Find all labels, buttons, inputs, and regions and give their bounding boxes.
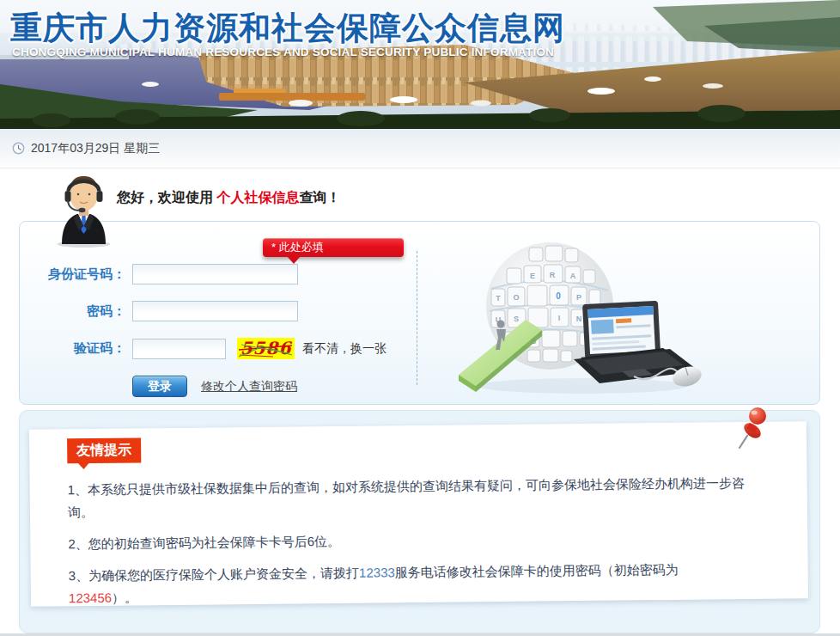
page-subtitle: CHONGQING MUNICIPAL HUMAN RESOURCES AND … — [12, 46, 554, 58]
tips-body: 1、本系统只提供市级社保数据集中后的查询，如对系统提供的查询结果有疑问，可向参保… — [68, 472, 757, 619]
captcha-row: 验证码： 5586 看不清，换一张 — [20, 338, 387, 359]
globe-laptop-illustration: ERA TOP USIN B 0 — [453, 229, 711, 399]
svg-text:I: I — [558, 314, 561, 322]
vertical-dashed-divider — [417, 251, 417, 385]
change-password-link[interactable]: 修改个人查询密码 — [201, 379, 297, 394]
id-number-label: 身份证号码： — [20, 266, 125, 283]
greeting-suffix: 查询！ — [299, 190, 340, 205]
tip-item-1: 1、本系统只提供市级社保数据集中后的查询，如对系统提供的查询结果有疑问，可向参保… — [68, 472, 756, 523]
id-number-row: 身份证号码： — [20, 264, 298, 284]
note-paper: 友情提示 1、本系统只提供市级社保数据集中后的查询，如对系统提供的查询结果有疑问… — [29, 421, 808, 606]
login-form-panel: * 此处必填 身份证号码： 密码： 验证码： 5586 — [19, 221, 820, 405]
tip3-phone-number: 12333 — [359, 565, 395, 579]
tip3-text-1: 3、为确保您的医疗保险个人账户资金安全，请拨打 — [69, 566, 360, 584]
friendly-tips-panel: 友情提示 1、本系统只提供市级社保数据集中后的查询，如对系统提供的查询结果有疑问… — [19, 410, 820, 633]
support-agent-avatar — [55, 170, 113, 248]
tip-item-2: 2、您的初始查询密码为社会保障卡卡号后6位。 — [68, 526, 755, 555]
captcha-input[interactable] — [132, 339, 226, 359]
clock-icon — [12, 142, 25, 155]
captcha-noise-lines — [237, 338, 295, 359]
site-header: 重庆市人力资源和社会保障公众信息网 CHONGQING MUNICIPAL HU… — [0, 0, 840, 129]
svg-text:0: 0 — [556, 291, 561, 301]
greeting-text: 您好，欢迎使用 个人社保信息查询！ — [117, 189, 340, 207]
svg-text:S: S — [514, 315, 519, 323]
password-row: 密码： — [20, 301, 298, 321]
page-title: 重庆市人力资源和社会保障公众信息网 — [10, 7, 565, 50]
svg-text:P: P — [576, 293, 581, 302]
id-number-input[interactable] — [132, 264, 298, 284]
captcha-refresh-link[interactable]: 看不清，换一张 — [302, 341, 387, 357]
svg-text:R: R — [550, 271, 556, 279]
password-input[interactable] — [132, 301, 298, 321]
date-text: 2017年03月29日 星期三 — [31, 141, 160, 156]
main-content: 您好，欢迎使用 个人社保信息查询！ * 此处必填 身份证号码： 密码： 验证码：… — [0, 168, 840, 636]
button-row: 登录 修改个人查询密码 — [132, 376, 297, 397]
page: 重庆市人力资源和社会保障公众信息网 CHONGQING MUNICIPAL HU… — [0, 0, 840, 636]
svg-text:N: N — [576, 315, 582, 323]
greeting-highlight: 个人社保信息 — [216, 190, 299, 205]
svg-text:T: T — [496, 294, 501, 303]
tip3-initial-password: 123456 — [69, 590, 112, 606]
required-tooltip: * 此处必填 — [263, 238, 404, 257]
greeting-prefix: 您好，欢迎使用 — [117, 190, 216, 205]
tip3-text-2: 服务电话修改社会保障卡的使用密码（初始密码为 — [395, 562, 679, 579]
tip-item-3: 3、为确保您的医疗保险个人账户资金安全，请拨打12333服务电话修改社会保障卡的… — [69, 558, 757, 609]
pushpin-icon — [733, 405, 771, 451]
svg-text:O: O — [513, 293, 519, 302]
login-button[interactable]: 登录 — [132, 376, 187, 397]
tips-header-label: 友情提示 — [67, 437, 141, 463]
date-bar: 2017年03月29日 星期三 — [0, 129, 840, 168]
tip3-text-3: ）。 — [112, 590, 137, 604]
captcha-image: 5586 — [237, 338, 295, 359]
captcha-label: 验证码： — [20, 340, 125, 357]
svg-text:E: E — [530, 272, 535, 280]
svg-text:A: A — [570, 272, 576, 280]
password-label: 密码： — [20, 303, 125, 320]
